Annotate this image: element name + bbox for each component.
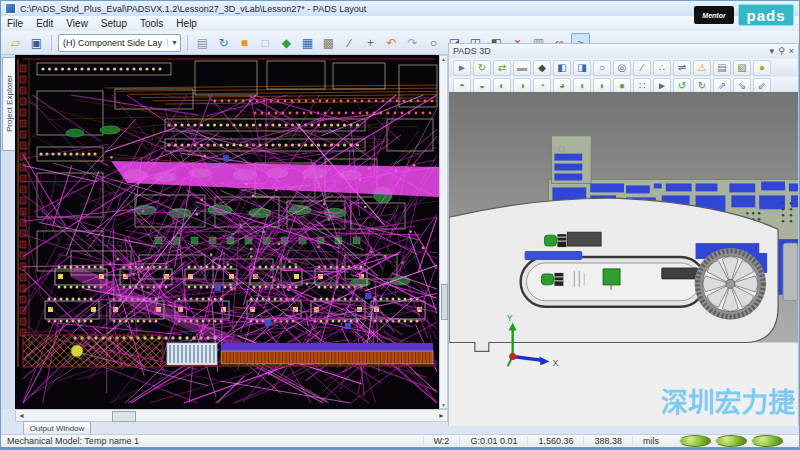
pads-3d-title: PADS 3D [453,46,491,56]
title-bar: C:\PADS_Stnd_Plus_Eval\PADSVX.1.2\Lesson… [1,1,799,16]
watermark-text: 深圳宏力捷 [661,387,795,418]
design-grid-icon[interactable]: ▦ [298,33,317,52]
snapshot-icon[interactable]: ▧ [733,60,751,76]
orbit-icon[interactable]: ↻ [473,60,491,76]
board-layout-icon[interactable]: ◆ [277,33,296,52]
enclosure-view-icon[interactable]: ◆ [533,60,551,76]
axis-y-label: Y [507,313,513,323]
pcb-viewport[interactable] [15,55,439,409]
layer-selector[interactable]: (H) Component Side Lay ▼ [58,34,181,52]
toolbar-separator [51,35,52,51]
panel-close-icon[interactable]: × [789,46,794,56]
window-title: C:\PADS_Stnd_Plus_Eval\PADSVX.1.2\Lesson… [20,4,366,14]
pads-logo: pads [738,4,794,26]
side-component [783,243,798,301]
layer-selector-value: (H) Component Side Lay [63,38,167,48]
import-model-icon[interactable]: ◧ [553,60,571,76]
photo-view-icon[interactable]: ▩ [319,33,338,52]
pads-3d-panel: PADS 3D ▾⚲× ►↻⇄▬◆◧◨○◎∕∴⇌⚠▤▧● ◓◒◐◑◔◕◖◗●∷►… [448,43,799,426]
mentor-graphics-logo: Mentor [694,6,734,24]
dfa-warning-icon[interactable]: ⚠ [693,60,711,76]
export-model-icon[interactable]: ◨ [573,60,591,76]
menu-tools[interactable]: Tools [140,18,163,29]
axis-x-label: X [552,358,558,368]
scroll-thumb[interactable] [441,284,448,320]
menu-bar: FileEditViewSetupToolsHelp [1,16,799,31]
brand-logos: Mentor pads [694,4,794,26]
app-window: C:\PADS_Stnd_Plus_Eval\PADSVX.1.2\Lesson… [0,0,800,450]
select-icon[interactable]: ► [453,60,471,76]
redraw-icon[interactable]: ↻ [214,33,233,52]
status-bar: Mechanical Model: Temp name 1 W:2 G:0.01… [1,434,799,447]
report-icon[interactable]: ▤ [713,60,731,76]
design-rules-icon[interactable]: ▤ [193,33,212,52]
pads-3d-toolbar-1: ►↻⇄▬◆◧◨○◎∕∴⇌⚠▤▧● [449,58,798,76]
measure-point-icon[interactable]: ∴ [653,60,671,76]
panel-pin-icon[interactable]: ⚲ [778,46,785,56]
app-icon [5,3,16,14]
measure-distance-icon[interactable]: ∕ [633,60,651,76]
measure-icon[interactable]: ∕ [340,33,359,52]
pads-3d-title-bar[interactable]: PADS 3D ▾⚲× [449,44,798,58]
pan-icon[interactable]: ⇄ [493,60,511,76]
move-icon[interactable]: + [361,33,380,52]
menu-edit[interactable]: Edit [36,18,53,29]
left-dock-strip: Project Explorer [1,55,15,409]
menu-file[interactable]: File [7,18,23,29]
scroll-right-icon[interactable]: ► [438,411,445,421]
zoom-window-icon[interactable]: ○ [593,60,611,76]
toolbar-separator [187,35,188,51]
status-grid: G:0.01 0.01 [459,436,527,446]
status-led-green[interactable] [679,435,711,447]
status-width: W:2 [423,436,460,446]
status-x-coordinate: 1,560.36 [527,436,583,446]
scroll-left-icon[interactable]: ◄ [18,411,25,421]
status-units: mils [632,436,669,446]
status-leds [669,435,793,447]
chevron-down-icon[interactable]: ▼ [167,39,178,46]
status-model-text: Mechanical Model: Temp name 1 [7,436,139,446]
menu-setup[interactable]: Setup [101,18,127,29]
redo-icon[interactable]: ↷ [403,33,422,52]
view-3d-viewport[interactable]: Y X 深圳宏力捷 [449,92,798,426]
status-led-green[interactable] [715,435,747,447]
scene-3d-canvas[interactable]: Y X 深圳宏力捷 [449,92,798,426]
eco-mode-icon[interactable]: ■ [235,33,254,52]
fan-3d [695,248,767,320]
save-icon[interactable]: ▣ [27,33,46,52]
world-view-icon[interactable]: ● [753,60,771,76]
status-led-green[interactable] [751,435,783,447]
status-y-coordinate: 388.38 [583,436,632,446]
pcb-canvas[interactable] [15,55,439,409]
panel-menu-icon[interactable]: ▾ [770,46,775,56]
zoom-fit-icon[interactable]: ◎ [613,60,631,76]
align-icon[interactable]: ⇌ [673,60,691,76]
zoom-icon[interactable]: ○ [424,33,443,52]
project-explorer-tab[interactable]: Project Explorer [2,57,15,151]
scroll-thumb[interactable] [112,411,136,422]
open-file-icon[interactable]: ▱ [6,33,25,52]
board-view-icon[interactable]: ▬ [513,60,531,76]
menu-view[interactable]: View [66,18,88,29]
undo-icon[interactable]: ↶ [382,33,401,52]
pcb-vertical-scrollbar[interactable]: ▲ ▼ [439,55,448,409]
drafting-toolbar-icon[interactable]: □ [256,33,275,52]
menu-help[interactable]: Help [176,18,197,29]
